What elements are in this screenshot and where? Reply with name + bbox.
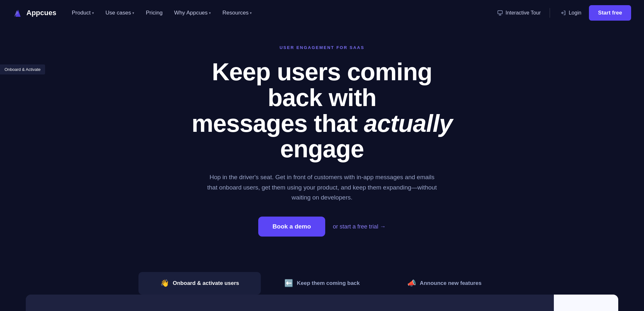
interactive-tour-button[interactable]: Interactive Tour bbox=[493, 7, 545, 18]
hero-cta: Book a demo or start a free trial → bbox=[184, 217, 460, 237]
monitor-icon bbox=[497, 10, 503, 16]
megaphone-icon: 📣 bbox=[407, 279, 416, 287]
tab-keep-coming-back[interactable]: ⬅️ Keep them coming back bbox=[261, 272, 383, 295]
login-icon bbox=[560, 10, 566, 16]
content-preview bbox=[26, 295, 618, 311]
chevron-down-icon: ▾ bbox=[92, 11, 94, 15]
hero-eyebrow: USER ENGAGEMENT FOR SAAS bbox=[184, 45, 460, 50]
nav-links: Product ▾ Use cases ▾ Pricing Why Appcue… bbox=[67, 7, 257, 19]
free-trial-link[interactable]: or start a free trial → bbox=[333, 223, 386, 230]
nav-item-product[interactable]: Product ▾ bbox=[67, 7, 99, 19]
chevron-down-icon: ▾ bbox=[209, 11, 211, 15]
nav-left: Appcues Product ▾ Use cases ▾ Pricing Wh… bbox=[13, 7, 257, 19]
navbar: Appcues Product ▾ Use cases ▾ Pricing Wh… bbox=[0, 0, 644, 26]
sidebar-onboard-badge: Onboard & Activate bbox=[0, 64, 45, 74]
preview-right-panel bbox=[554, 295, 618, 311]
chevron-down-icon: ▾ bbox=[132, 11, 134, 15]
nav-item-usecases[interactable]: Use cases ▾ bbox=[100, 7, 139, 19]
hero-section: USER ENGAGEMENT FOR SAAS Keep users comi… bbox=[177, 26, 467, 272]
hero-title-italic: actually bbox=[364, 110, 452, 137]
tab-onboard-label: Onboard & activate users bbox=[173, 280, 239, 287]
tab-onboard-activate[interactable]: 👋 Onboard & activate users bbox=[138, 272, 261, 295]
tab-announce-features[interactable]: 📣 Announce new features bbox=[383, 272, 506, 295]
nav-divider bbox=[550, 8, 550, 18]
book-demo-button[interactable]: Book a demo bbox=[258, 217, 325, 237]
nav-right: Interactive Tour Login Start free bbox=[493, 5, 631, 21]
logo-text: Appcues bbox=[26, 9, 56, 17]
hero-subtitle: Hop in the driver's seat. Get in front o… bbox=[206, 172, 438, 202]
feature-tabs: 👋 Onboard & activate users ⬅️ Keep them … bbox=[0, 272, 644, 295]
nav-item-why-appcues[interactable]: Why Appcues ▾ bbox=[169, 7, 216, 19]
wave-icon: 👋 bbox=[160, 279, 169, 287]
logo[interactable]: Appcues bbox=[13, 8, 56, 18]
login-button[interactable]: Login bbox=[555, 7, 586, 18]
logo-icon bbox=[13, 8, 23, 18]
chevron-down-icon: ▾ bbox=[250, 11, 252, 15]
preview-left-panel bbox=[26, 295, 554, 311]
return-icon: ⬅️ bbox=[284, 279, 293, 287]
tab-keep-label: Keep them coming back bbox=[297, 280, 360, 287]
tab-announce-label: Announce new features bbox=[420, 280, 482, 287]
nav-item-resources[interactable]: Resources ▾ bbox=[217, 7, 257, 19]
hero-title: Keep users coming back with messages tha… bbox=[184, 59, 460, 162]
nav-item-pricing[interactable]: Pricing bbox=[141, 7, 168, 19]
start-free-button[interactable]: Start free bbox=[589, 5, 631, 21]
svg-rect-2 bbox=[498, 11, 502, 14]
